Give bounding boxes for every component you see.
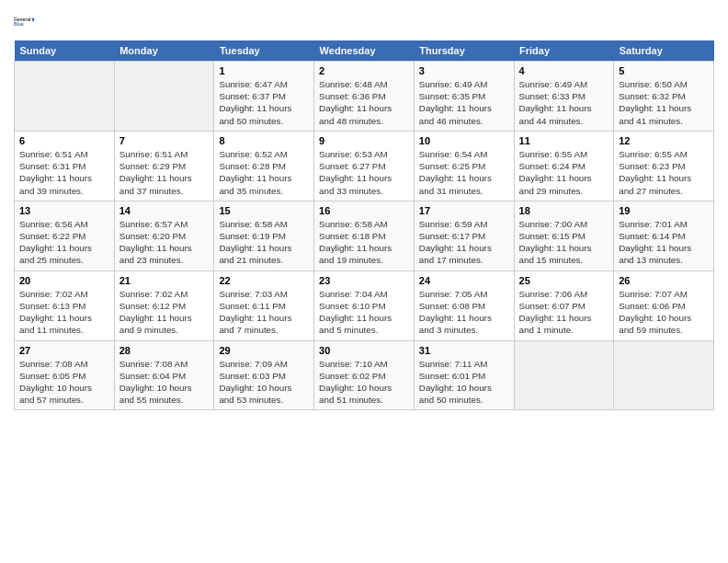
calendar-cell [614,340,714,410]
day-detail: Sunrise: 7:07 AMSunset: 6:06 PMDaylight:… [619,288,709,337]
day-detail: Sunrise: 7:01 AMSunset: 6:14 PMDaylight:… [619,218,709,267]
day-number: 20 [19,275,109,286]
day-detail: Sunrise: 6:48 AMSunset: 6:36 PMDaylight:… [319,78,409,127]
logo-icon: GeneralBlue [14,9,40,35]
day-header-sunday: Sunday [15,40,115,62]
calendar-cell [15,62,115,132]
calendar-cell [114,62,214,132]
day-detail: Sunrise: 6:59 AMSunset: 6:17 PMDaylight:… [419,218,509,267]
day-detail: Sunrise: 6:52 AMSunset: 6:28 PMDaylight:… [219,148,309,197]
day-number: 11 [519,135,609,146]
calendar-cell: 27Sunrise: 7:08 AMSunset: 6:05 PMDayligh… [15,340,115,410]
calendar-cell: 26Sunrise: 7:07 AMSunset: 6:06 PMDayligh… [614,270,714,340]
calendar-week-4: 20Sunrise: 7:02 AMSunset: 6:13 PMDayligh… [15,270,714,340]
day-header-saturday: Saturday [614,40,714,62]
day-detail: Sunrise: 7:03 AMSunset: 6:11 PMDaylight:… [219,288,309,337]
calendar-cell: 15Sunrise: 6:58 AMSunset: 6:19 PMDayligh… [214,201,314,270]
calendar-week-5: 27Sunrise: 7:08 AMSunset: 6:05 PMDayligh… [15,340,714,410]
svg-text:General: General [14,17,31,22]
calendar-cell: 3Sunrise: 6:49 AMSunset: 6:35 PMDaylight… [414,62,514,132]
day-number: 14 [119,205,210,216]
calendar-cell: 25Sunrise: 7:06 AMSunset: 6:07 PMDayligh… [514,270,614,340]
day-detail: Sunrise: 7:00 AMSunset: 6:15 PMDaylight:… [519,218,609,267]
day-detail: Sunrise: 7:09 AMSunset: 6:03 PMDaylight:… [219,358,309,407]
day-header-monday: Monday [114,40,214,62]
day-detail: Sunrise: 6:54 AMSunset: 6:25 PMDaylight:… [419,148,509,197]
day-detail: Sunrise: 6:47 AMSunset: 6:37 PMDaylight:… [219,78,309,127]
calendar-cell: 28Sunrise: 7:08 AMSunset: 6:04 PMDayligh… [114,340,214,410]
day-number: 2 [319,65,409,76]
calendar-cell: 5Sunrise: 6:50 AMSunset: 6:32 PMDaylight… [614,62,714,132]
day-number: 9 [319,135,409,146]
day-detail: Sunrise: 6:57 AMSunset: 6:20 PMDaylight:… [119,218,210,267]
calendar-cell: 11Sunrise: 6:55 AMSunset: 6:24 PMDayligh… [514,131,614,201]
day-detail: Sunrise: 6:49 AMSunset: 6:35 PMDaylight:… [419,78,509,127]
day-number: 15 [219,205,309,216]
calendar-cell: 19Sunrise: 7:01 AMSunset: 6:14 PMDayligh… [614,201,714,270]
day-detail: Sunrise: 6:51 AMSunset: 6:29 PMDaylight:… [119,148,210,197]
day-number: 25 [519,275,609,286]
day-number: 31 [419,345,509,356]
day-detail: Sunrise: 7:08 AMSunset: 6:05 PMDaylight:… [19,358,109,407]
calendar-cell: 23Sunrise: 7:04 AMSunset: 6:10 PMDayligh… [314,270,415,340]
header: GeneralBlue [14,9,714,35]
calendar-cell: 14Sunrise: 6:57 AMSunset: 6:20 PMDayligh… [114,201,214,270]
day-number: 27 [19,345,109,356]
day-number: 5 [619,65,709,76]
day-number: 26 [619,275,709,286]
calendar-cell: 22Sunrise: 7:03 AMSunset: 6:11 PMDayligh… [214,270,314,340]
day-number: 29 [219,345,309,356]
day-number: 10 [419,135,509,146]
calendar-cell: 17Sunrise: 6:59 AMSunset: 6:17 PMDayligh… [414,201,514,270]
calendar-cell: 4Sunrise: 6:49 AMSunset: 6:33 PMDaylight… [514,62,614,132]
day-detail: Sunrise: 6:50 AMSunset: 6:32 PMDaylight:… [619,78,709,127]
calendar-cell: 18Sunrise: 7:00 AMSunset: 6:15 PMDayligh… [514,201,614,270]
calendar-cell: 1Sunrise: 6:47 AMSunset: 6:37 PMDaylight… [214,62,314,132]
day-number: 7 [119,135,210,146]
day-number: 22 [219,275,309,286]
calendar-cell: 24Sunrise: 7:05 AMSunset: 6:08 PMDayligh… [414,270,514,340]
calendar-cell: 20Sunrise: 7:02 AMSunset: 6:13 PMDayligh… [15,270,115,340]
calendar-cell [514,340,614,410]
day-header-tuesday: Tuesday [214,40,314,62]
day-detail: Sunrise: 7:02 AMSunset: 6:13 PMDaylight:… [19,288,109,337]
day-detail: Sunrise: 6:51 AMSunset: 6:31 PMDaylight:… [19,148,109,197]
day-number: 23 [319,275,409,286]
calendar-cell: 16Sunrise: 6:58 AMSunset: 6:18 PMDayligh… [314,201,415,270]
calendar-cell: 13Sunrise: 6:56 AMSunset: 6:22 PMDayligh… [15,201,115,270]
calendar-cell: 21Sunrise: 7:02 AMSunset: 6:12 PMDayligh… [114,270,214,340]
calendar-cell: 7Sunrise: 6:51 AMSunset: 6:29 PMDaylight… [114,131,214,201]
day-header-friday: Friday [514,40,614,62]
day-detail: Sunrise: 6:58 AMSunset: 6:18 PMDaylight:… [319,218,409,267]
day-number: 13 [19,205,109,216]
day-detail: Sunrise: 6:53 AMSunset: 6:27 PMDaylight:… [319,148,409,197]
calendar-cell: 9Sunrise: 6:53 AMSunset: 6:27 PMDaylight… [314,131,415,201]
day-number: 21 [119,275,210,286]
calendar-week-2: 6Sunrise: 6:51 AMSunset: 6:31 PMDaylight… [15,131,714,201]
day-number: 30 [319,345,409,356]
day-number: 16 [319,205,409,216]
day-detail: Sunrise: 7:11 AMSunset: 6:01 PMDaylight:… [419,358,509,407]
day-number: 17 [419,205,509,216]
calendar-table: SundayMondayTuesdayWednesdayThursdayFrid… [14,40,714,410]
day-number: 19 [619,205,709,216]
day-number: 24 [419,275,509,286]
calendar-cell: 10Sunrise: 6:54 AMSunset: 6:25 PMDayligh… [414,131,514,201]
svg-text:Blue: Blue [14,22,24,27]
calendar-cell: 12Sunrise: 6:55 AMSunset: 6:23 PMDayligh… [614,131,714,201]
day-detail: Sunrise: 7:05 AMSunset: 6:08 PMDaylight:… [419,288,509,337]
calendar-cell: 30Sunrise: 7:10 AMSunset: 6:02 PMDayligh… [314,340,415,410]
day-number: 8 [219,135,309,146]
day-detail: Sunrise: 7:02 AMSunset: 6:12 PMDaylight:… [119,288,210,337]
day-detail: Sunrise: 7:04 AMSunset: 6:10 PMDaylight:… [319,288,409,337]
calendar-week-3: 13Sunrise: 6:56 AMSunset: 6:22 PMDayligh… [15,201,714,270]
calendar-cell: 8Sunrise: 6:52 AMSunset: 6:28 PMDaylight… [214,131,314,201]
day-detail: Sunrise: 6:55 AMSunset: 6:23 PMDaylight:… [619,148,709,197]
calendar-cell: 29Sunrise: 7:09 AMSunset: 6:03 PMDayligh… [214,340,314,410]
day-header-thursday: Thursday [414,40,514,62]
svg-marker-2 [31,18,35,23]
day-header-wednesday: Wednesday [314,40,415,62]
logo: GeneralBlue [14,9,40,35]
day-detail: Sunrise: 6:49 AMSunset: 6:33 PMDaylight:… [519,78,609,127]
day-detail: Sunrise: 7:10 AMSunset: 6:02 PMDaylight:… [319,358,409,407]
